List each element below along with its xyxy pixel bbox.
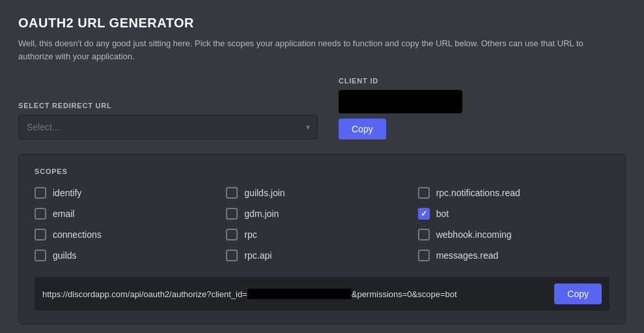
- scope-label-bot: bot: [436, 209, 449, 219]
- page-title: OAUTH2 URL GENERATOR: [18, 16, 626, 31]
- redirect-url-group: SELECT REDIRECT URL Select... ▾: [18, 102, 318, 139]
- scope-item-rpc.api[interactable]: rpc.api: [226, 250, 417, 261]
- scope-label-guilds.join: guilds.join: [244, 188, 285, 198]
- client-id-value: [339, 90, 462, 113]
- url-prefix: https://discordapp.com/api/oauth2/author…: [42, 289, 247, 299]
- client-id-group: CLIENT ID Copy: [339, 77, 462, 139]
- url-client-id-redacted: [247, 289, 352, 299]
- redirect-url-label: SELECT REDIRECT URL: [18, 102, 318, 109]
- scope-item-guilds.join[interactable]: guilds.join: [226, 187, 417, 199]
- redirect-url-select-wrapper: Select... ▾: [18, 115, 318, 139]
- scope-label-email: email: [53, 209, 74, 219]
- scopes-grid: identifyguilds.joinrpc.notifications.rea…: [35, 187, 609, 261]
- scope-checkbox-guilds.join[interactable]: [226, 187, 238, 199]
- scope-checkbox-identify[interactable]: [35, 187, 46, 199]
- scope-checkbox-email[interactable]: [35, 208, 46, 220]
- page-description: Well, this doesn't do any good just sitt…: [18, 37, 604, 63]
- scope-checkbox-rpc.notifications.read[interactable]: [418, 187, 430, 199]
- scope-checkbox-guilds[interactable]: [35, 250, 46, 261]
- scope-label-connections: connections: [53, 229, 102, 240]
- scopes-label: SCOPES: [35, 167, 609, 175]
- scope-label-webhook.incoming: webhook.incoming: [436, 229, 512, 240]
- scope-item-gdm.join[interactable]: gdm.join: [226, 208, 417, 220]
- scope-checkbox-rpc[interactable]: [226, 229, 238, 240]
- scope-label-gdm.join: gdm.join: [244, 209, 279, 219]
- generated-url: https://discordapp.com/api/oauth2/author…: [42, 289, 549, 299]
- scope-label-rpc: rpc: [244, 229, 257, 240]
- scope-item-rpc.notifications.read[interactable]: rpc.notifications.read: [418, 187, 609, 199]
- scope-checkbox-rpc.api[interactable]: [226, 250, 238, 261]
- top-section: SELECT REDIRECT URL Select... ▾ CLIENT I…: [18, 77, 626, 139]
- scopes-section: SCOPES identifyguilds.joinrpc.notificati…: [18, 154, 626, 325]
- scope-label-rpc.api: rpc.api: [244, 250, 272, 261]
- client-id-label: CLIENT ID: [339, 77, 462, 85]
- scope-checkbox-connections[interactable]: [35, 229, 46, 240]
- scope-label-messages.read: messages.read: [436, 250, 499, 261]
- scope-checkbox-webhook.incoming[interactable]: [418, 229, 430, 240]
- scope-checkbox-gdm.join[interactable]: [226, 208, 238, 220]
- client-id-copy-button[interactable]: Copy: [339, 119, 386, 139]
- scope-checkbox-bot[interactable]: [418, 208, 430, 220]
- url-suffix: &permissions=0&scope=bot: [352, 289, 457, 299]
- scope-label-identify: identify: [53, 188, 81, 198]
- scope-checkbox-messages.read[interactable]: [418, 250, 430, 261]
- scope-item-guilds[interactable]: guilds: [35, 250, 226, 261]
- scope-label-rpc.notifications.read: rpc.notifications.read: [436, 188, 520, 198]
- url-bar: https://discordapp.com/api/oauth2/author…: [35, 277, 609, 311]
- scope-item-identify[interactable]: identify: [35, 187, 226, 199]
- scope-item-rpc[interactable]: rpc: [226, 229, 417, 240]
- scope-item-webhook.incoming[interactable]: webhook.incoming: [418, 229, 609, 240]
- scope-item-connections[interactable]: connections: [35, 229, 226, 240]
- url-copy-button[interactable]: Copy: [554, 283, 602, 304]
- scope-item-messages.read[interactable]: messages.read: [418, 250, 609, 261]
- scope-item-email[interactable]: email: [35, 208, 226, 220]
- scope-label-guilds: guilds: [53, 250, 77, 261]
- scope-item-bot[interactable]: bot: [418, 208, 609, 220]
- redirect-url-select[interactable]: Select...: [18, 115, 318, 139]
